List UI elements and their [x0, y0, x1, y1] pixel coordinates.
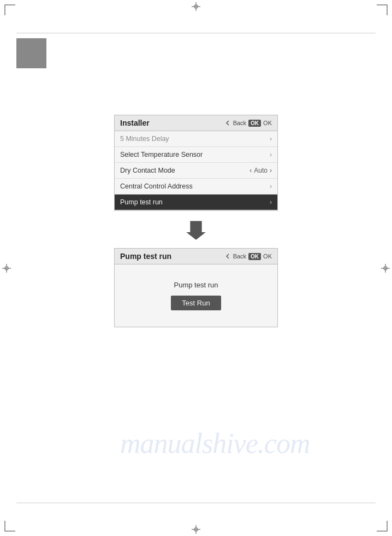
crosshair-bottom-icon [189, 523, 203, 536]
menu-item-label: Dry Contact Mode [120, 167, 175, 174]
pump-panel-title: Pump test run [120, 252, 171, 261]
chevron-icon: › [270, 182, 272, 190]
pump-test-run-panel: Pump test run Back OK OK Pump test run T… [114, 248, 278, 327]
menu-item-label: Pump test run [120, 198, 163, 206]
arrow-down-icon [185, 219, 207, 240]
installer-panel: Installer Back OK OK 5 Minutes Delay › S… [114, 115, 278, 211]
corner-mark-top-right [377, 4, 388, 15]
bottom-rule [16, 503, 376, 503]
corner-mark-bottom-right [377, 521, 388, 532]
chevron-icon: › [270, 198, 272, 206]
crosshair-top-icon [189, 0, 203, 13]
pump-ok-label: OK [263, 253, 272, 260]
menu-item-pump-test-run[interactable]: Pump test run › [115, 195, 277, 210]
menu-item-label: 5 Minutes Delay [120, 135, 169, 143]
pump-body: Pump test run Test Run [115, 264, 277, 327]
menu-item-5-minutes-delay[interactable]: 5 Minutes Delay › [115, 131, 277, 147]
chevron-icon: › [270, 151, 272, 158]
back-icon [224, 120, 231, 126]
left-chevron-icon: ‹ [250, 167, 252, 174]
watermark: manualshive.com [120, 427, 310, 460]
installer-header: Installer Back OK OK [115, 115, 277, 131]
pump-back-label: Back [233, 253, 246, 260]
menu-item-dry-contact-mode[interactable]: Dry Contact Mode ‹ Auto › [115, 163, 277, 179]
corner-mark-bottom-left [4, 521, 15, 532]
corner-mark-top-left [4, 4, 15, 15]
header-controls: Back OK OK [224, 120, 272, 127]
arrow-down-container [114, 219, 278, 240]
right-chevron-icon: › [270, 167, 272, 174]
menu-item-central-control-address[interactable]: Central Control Address › [115, 179, 277, 195]
menu-item-select-temperature-sensor[interactable]: Select Temperature Sensor › [115, 147, 277, 163]
pump-back-icon [224, 253, 231, 260]
auto-value: ‹ Auto › [250, 167, 272, 174]
pump-ok-badge: OK [248, 253, 261, 260]
menu-item-label: Select Temperature Sensor [120, 151, 203, 158]
top-rule [16, 33, 376, 33]
menu-item-label: Central Control Address [120, 182, 193, 190]
ok-badge: OK [248, 120, 261, 127]
ok-label: OK [263, 120, 272, 126]
pump-header-controls: Back OK OK [224, 253, 272, 260]
chevron-icon: › [270, 135, 272, 143]
pump-body-label: Pump test run [174, 281, 218, 289]
pump-header: Pump test run Back OK OK [115, 249, 277, 264]
auto-text: Auto [254, 167, 268, 174]
content-area: Installer Back OK OK 5 Minutes Delay › S… [0, 36, 392, 327]
back-label: Back [233, 120, 246, 126]
svg-marker-12 [186, 221, 206, 240]
installer-title: Installer [120, 119, 150, 127]
test-run-button[interactable]: Test Run [171, 296, 221, 310]
